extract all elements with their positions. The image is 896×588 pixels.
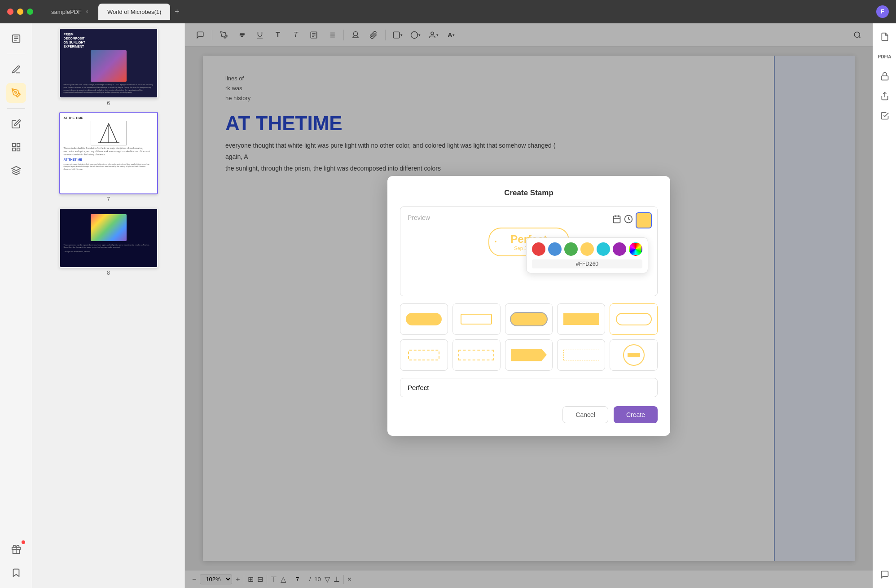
user-avatar[interactable]: F bbox=[876, 5, 889, 18]
color-swatch-red[interactable] bbox=[532, 242, 545, 256]
thumbnail-panel: PRISMDECOMPOSITION SUNLIGHTEXPERIMENT Ne… bbox=[32, 23, 185, 588]
svg-point-4 bbox=[15, 92, 17, 93]
modal-title: Create Stamp bbox=[400, 189, 658, 197]
color-swatch-cyan[interactable] bbox=[597, 242, 610, 256]
color-controls: #FFD260 bbox=[612, 212, 652, 228]
create-stamp-modal: Create Stamp Preview bbox=[387, 176, 670, 436]
color-swatches bbox=[532, 242, 642, 256]
sidebar-icon-bookmark[interactable] bbox=[6, 563, 26, 583]
tab-close-icon[interactable]: × bbox=[85, 9, 88, 15]
thumb7-more-text: everyone thought that white light was pu… bbox=[64, 163, 154, 171]
color-swatch-multi[interactable] bbox=[629, 242, 642, 256]
right-sidebar: PDF/A bbox=[873, 23, 896, 588]
sidebar-icon-layers[interactable] bbox=[6, 161, 26, 180]
thumbnail-img-8[interactable]: This experiment can be repeated over and… bbox=[59, 208, 158, 268]
color-swatch-purple[interactable] bbox=[613, 242, 626, 256]
sidebar-icon-forms[interactable] bbox=[6, 137, 26, 157]
color-swatch-yellow[interactable] bbox=[580, 242, 594, 256]
modal-overlay: Create Stamp Preview bbox=[185, 23, 873, 588]
stamp-shape-dashed-wide[interactable] bbox=[452, 339, 501, 371]
thumb8-colorful-img bbox=[91, 214, 127, 241]
sidebar-divider2 bbox=[7, 108, 25, 109]
svg-line-12 bbox=[100, 123, 109, 143]
content-wrapper: T T ▾ ▾ bbox=[185, 23, 873, 588]
tab-bar: samplePDF × World of Microbes(1) + bbox=[42, 4, 873, 20]
tab-world-of-microbes[interactable]: World of Microbes(1) bbox=[98, 4, 170, 20]
sidebar-icon-highlight[interactable] bbox=[6, 83, 26, 103]
stamp-shape-dashed-long[interactable] bbox=[557, 339, 605, 371]
right-icon-page[interactable] bbox=[877, 29, 893, 45]
sidebar-icon-annotation[interactable] bbox=[6, 60, 26, 79]
svg-rect-6 bbox=[17, 144, 19, 146]
stamp-text-input[interactable] bbox=[400, 378, 658, 397]
gift-badge bbox=[22, 540, 25, 544]
thumb7-diagram bbox=[91, 121, 127, 145]
sidebar-icon-edit[interactable] bbox=[6, 114, 26, 134]
thumbnail-page7[interactable]: AT THE TIME These studies laid the found… bbox=[37, 112, 180, 202]
stamp-shape-outline-rect[interactable] bbox=[452, 303, 501, 335]
svg-rect-7 bbox=[12, 148, 15, 151]
sidebar-icon-gift[interactable] bbox=[6, 540, 26, 559]
stamp-shapes-grid bbox=[400, 303, 658, 371]
thumbnail-page8[interactable]: This experiment can be repeated over and… bbox=[37, 208, 180, 276]
thumbnail-img-6[interactable]: PRISMDECOMPOSITION SUNLIGHTEXPERIMENT Ne… bbox=[59, 28, 158, 98]
thumb6-body-text: Newton graduated from Trinity College, C… bbox=[64, 83, 154, 93]
stamp-shape-filled-rounded-border[interactable] bbox=[505, 303, 553, 335]
right-icon-share[interactable] bbox=[877, 88, 893, 104]
right-icon-check[interactable] bbox=[877, 108, 893, 124]
modal-buttons: Cancel Create bbox=[400, 406, 658, 423]
stamp-shape-arrow[interactable] bbox=[505, 339, 553, 371]
svg-rect-39 bbox=[881, 76, 888, 80]
color-picker-popup: #FFD260 bbox=[526, 237, 648, 273]
sidebar-divider bbox=[7, 54, 25, 54]
page-number-7: 7 bbox=[107, 196, 110, 202]
thumb6-prism-image bbox=[91, 50, 127, 82]
page-number-8: 8 bbox=[107, 270, 110, 276]
thumb8-footer: Through this experiment, Newton bbox=[64, 250, 154, 253]
title-bar: samplePDF × World of Microbes(1) + F bbox=[0, 0, 896, 23]
color-hex-value[interactable]: #FFD260 bbox=[532, 259, 642, 268]
thumb7-title-text: AT THE TIME bbox=[64, 116, 154, 119]
stamp-shape-filled-rounded[interactable] bbox=[400, 303, 448, 335]
thumb7-body: These studies laid the foundation for th… bbox=[64, 147, 154, 156]
cancel-button[interactable]: Cancel bbox=[562, 406, 608, 423]
clock-icon[interactable] bbox=[624, 215, 633, 226]
left-sidebar bbox=[0, 23, 32, 588]
right-icon-chat[interactable] bbox=[877, 566, 893, 583]
thumb7-at-thetime: AT THETIME bbox=[64, 158, 154, 161]
svg-rect-34 bbox=[614, 216, 620, 223]
calendar-icon[interactable] bbox=[612, 215, 621, 226]
tab-samplepdf[interactable]: samplePDF × bbox=[42, 4, 97, 20]
thumbnail-img-7[interactable]: AT THE TIME These studies laid the found… bbox=[59, 112, 158, 194]
sidebar-icon-document[interactable] bbox=[6, 29, 26, 48]
stamp-preview-area: Preview bbox=[400, 206, 658, 296]
active-color-button[interactable] bbox=[636, 212, 652, 228]
right-icon-lock[interactable] bbox=[877, 68, 893, 84]
svg-rect-8 bbox=[17, 148, 19, 151]
stamp-shape-outline-rounded[interactable] bbox=[610, 303, 658, 335]
stamp-shape-dashed-rect[interactable] bbox=[400, 339, 448, 371]
svg-marker-9 bbox=[12, 167, 20, 171]
page-number-6: 6 bbox=[107, 100, 110, 106]
color-swatch-blue[interactable] bbox=[548, 242, 562, 256]
stamp-shape-circle[interactable] bbox=[610, 339, 658, 371]
main-layout: PRISMDECOMPOSITION SUNLIGHTEXPERIMENT Ne… bbox=[0, 23, 896, 588]
traffic-lights bbox=[7, 9, 33, 15]
add-tab-button[interactable]: + bbox=[171, 4, 183, 20]
thumbnail-page6[interactable]: PRISMDECOMPOSITION SUNLIGHTEXPERIMENT Ne… bbox=[37, 28, 180, 106]
fullscreen-window-button[interactable] bbox=[27, 9, 33, 15]
color-swatch-green[interactable] bbox=[564, 242, 578, 256]
create-button[interactable]: Create bbox=[614, 406, 658, 423]
preview-label: Preview bbox=[408, 214, 430, 221]
close-window-button[interactable] bbox=[7, 9, 13, 15]
minimize-window-button[interactable] bbox=[17, 9, 23, 15]
stamp-shape-filled-rect[interactable] bbox=[557, 303, 605, 335]
right-icon-pdfa[interactable]: PDF/A bbox=[877, 48, 893, 65]
thumb8-text: This experiment can be repeated over and… bbox=[64, 244, 154, 249]
svg-line-13 bbox=[109, 123, 117, 143]
svg-rect-5 bbox=[12, 144, 15, 146]
